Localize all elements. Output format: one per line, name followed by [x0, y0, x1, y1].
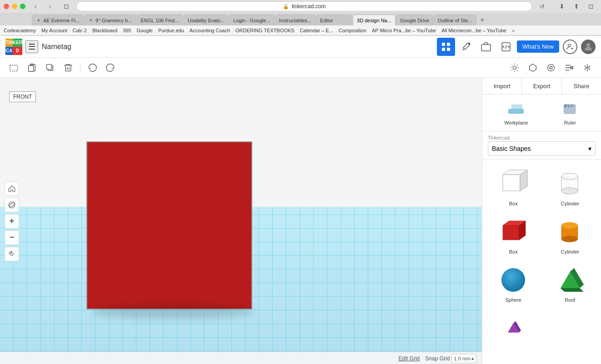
new-workplane-icon: [9, 63, 19, 73]
viewport[interactable]: FRONT +: [0, 78, 482, 364]
delete-button[interactable]: [60, 60, 76, 76]
tab-3d-design[interactable]: 3D design Na...: [353, 15, 396, 25]
sphere-label: Sphere: [506, 297, 521, 303]
shape-item-box-wire[interactable]: Box: [486, 164, 541, 210]
gallery-button[interactable]: [477, 38, 495, 56]
bookmark-google[interactable]: Google: [136, 28, 152, 33]
svg-point-73: [561, 236, 578, 242]
tabs-bar: A AE Extreme Fl... 9 9° Gramercy b... EN…: [0, 13, 601, 25]
user-avatar[interactable]: [581, 40, 596, 54]
panel-top-actions: Import Export Share: [482, 78, 601, 95]
bookmark-calc[interactable]: Calc 2: [73, 28, 87, 33]
shape-front-face[interactable]: [86, 141, 252, 309]
grid-view-button[interactable]: [437, 38, 455, 56]
export-button[interactable]: Export: [522, 78, 561, 94]
share-button[interactable]: Share: [562, 78, 601, 94]
duplicate-button[interactable]: [42, 60, 58, 76]
library-dropdown[interactable]: Basic Shapes ▾: [488, 141, 596, 156]
svg-rect-8: [10, 65, 18, 71]
tab-editor[interactable]: Editor: [316, 15, 352, 25]
bookmark-ap-micro[interactable]: AP Micro Pra...be – YouTube: [372, 28, 436, 33]
paste-button[interactable]: [24, 60, 40, 76]
tab-usability[interactable]: Usability Evalu...: [184, 15, 229, 25]
traffic-lights: [4, 4, 25, 9]
address-bar[interactable]: 🔒 tinkercad.com: [76, 1, 532, 11]
align-button[interactable]: [561, 60, 577, 76]
code-button[interactable]: [497, 38, 515, 56]
tab-ae-extreme[interactable]: A AE Extreme Fl...: [32, 15, 84, 25]
shape-item-cylinder-solid[interactable]: Cylinder: [543, 212, 598, 258]
tab-gramercy[interactable]: 9 9° Gramercy b...: [84, 15, 136, 25]
tab-google-drive[interactable]: Google Drive: [396, 15, 433, 25]
3d-box-shape[interactable]: [86, 141, 252, 309]
whats-new-button[interactable]: What's New: [517, 40, 559, 53]
bookmark-365[interactable]: 365: [123, 28, 131, 33]
bookmark-purdue[interactable]: Purdue.edu: [158, 28, 184, 33]
toolbar-right: [506, 60, 596, 76]
svg-rect-21: [517, 105, 522, 109]
tools-button[interactable]: [457, 38, 475, 56]
light-button[interactable]: [506, 60, 523, 76]
shape-container[interactable]: [86, 141, 252, 309]
maximize-button[interactable]: [20, 4, 25, 9]
shape-item-cylinder-wire[interactable]: Cylinder: [543, 164, 598, 210]
minimize-button[interactable]: [12, 4, 17, 9]
edit-grid-link[interactable]: Edit Grid: [399, 355, 420, 362]
tab-label: ENGL 106 First...: [140, 18, 179, 23]
bookmark-calendar[interactable]: Calendar – E...: [300, 28, 333, 33]
forward-button[interactable]: ›: [44, 1, 56, 11]
reload-button[interactable]: ↺: [536, 1, 548, 11]
download-button[interactable]: ⬇: [556, 1, 568, 11]
tab-engl[interactable]: ENGL 106 First...: [136, 15, 183, 25]
back-button[interactable]: ‹: [29, 1, 42, 11]
bookmark-codeacademy[interactable]: Codeacademy: [4, 28, 36, 33]
logo-tin: TIN: [5, 39, 13, 47]
bookmark-more[interactable]: »: [512, 28, 515, 33]
zoom-out-button[interactable]: −: [5, 230, 19, 245]
fullscreen-button[interactable]: ⊡: [585, 1, 597, 11]
zoom-in-button[interactable]: +: [5, 214, 19, 229]
snap-grid-label: Snap Grid: [425, 355, 450, 362]
redo-button[interactable]: [102, 60, 119, 76]
tab-label: Outline of Ste...: [438, 18, 472, 23]
shape-item-sphere[interactable]: Sphere: [486, 260, 541, 306]
tab-instructables[interactable]: Instructables...: [275, 15, 316, 25]
mirror-button[interactable]: [579, 60, 596, 76]
hamburger-button[interactable]: ☰: [25, 40, 38, 53]
bookmark-all-micro[interactable]: All Microecon...be – YouTube: [441, 28, 506, 33]
bookmark-ordering[interactable]: ORDERING TEXTBOOKS: [235, 28, 294, 33]
cylinder-solid-label: Cylinder: [561, 249, 579, 254]
undo-button[interactable]: [84, 60, 100, 76]
bookmark-my-account[interactable]: My Account: [41, 28, 67, 33]
new-workplane-button[interactable]: [5, 60, 22, 76]
shape-item-box-solid[interactable]: Box: [486, 212, 541, 258]
snap-dropdown[interactable]: 1.0 mm ▴: [451, 354, 476, 363]
tab-outline[interactable]: Outline of Ste...: [434, 15, 476, 25]
svg-rect-61: [503, 225, 519, 240]
tab-login[interactable]: Login - Google...: [229, 15, 274, 25]
gallery-icon: [481, 41, 491, 52]
bookmark-blackboard[interactable]: Blackboard: [92, 28, 117, 33]
reset-view-button[interactable]: [5, 247, 19, 261]
close-button[interactable]: [4, 4, 9, 9]
share-browser-button[interactable]: ⬆: [570, 1, 583, 11]
tinkercad-logo[interactable]: TIN KER CA D: [5, 39, 22, 55]
shape-item-partial-1[interactable]: [486, 308, 541, 347]
home-view-button[interactable]: [5, 181, 19, 196]
url-text: tinkercad.com: [292, 3, 326, 10]
header-actions: What's New: [437, 38, 596, 56]
window-button[interactable]: ⊡: [60, 1, 73, 11]
add-user-button[interactable]: [563, 40, 577, 54]
bookmark-composition[interactable]: Composition: [339, 28, 366, 33]
new-tab-button[interactable]: +: [477, 15, 488, 25]
sphere-svg: [497, 264, 529, 295]
target-button[interactable]: [543, 60, 559, 76]
orbit-button[interactable]: [5, 198, 19, 212]
workplane-button[interactable]: Workplane: [501, 98, 531, 127]
project-name[interactable]: Nametag: [42, 43, 433, 51]
ruler-button[interactable]: Ruler: [557, 98, 583, 127]
bookmark-accounting[interactable]: Accounting Coach: [190, 28, 230, 33]
import-button[interactable]: Import: [482, 78, 522, 94]
shape-view-button[interactable]: [525, 60, 541, 76]
shape-item-roof[interactable]: Roof: [543, 260, 598, 306]
